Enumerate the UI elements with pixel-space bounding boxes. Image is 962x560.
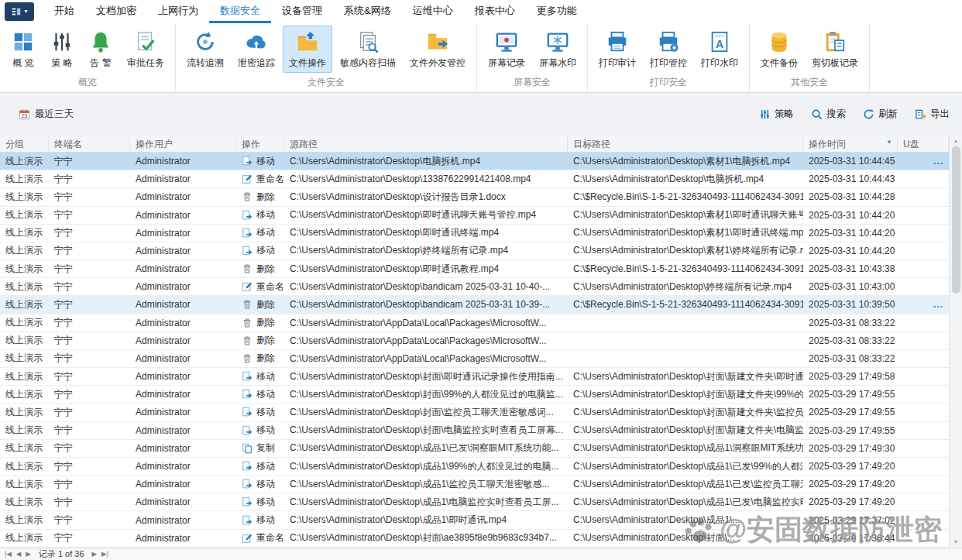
ribbon-button-monitor-wm[interactable]: 屏幕水印 — [533, 26, 582, 73]
ribbon-button-doc-scan[interactable]: 敏感内容扫描 — [334, 26, 402, 73]
table-row[interactable]: 线上演示宁宁Administrator移动C:\Users\Administra… — [0, 493, 949, 511]
scroll-up-icon[interactable]: ▲ — [950, 135, 962, 146]
ribbon-button-trace[interactable]: 流转追溯 — [180, 26, 230, 73]
scrollbar-thumb[interactable] — [952, 146, 960, 294]
menu-tab-3[interactable]: 数据安全 — [209, 0, 271, 23]
ribbon-button-clipboard[interactable]: 剪切板记录 — [806, 26, 864, 73]
ribbon-button-bell[interactable]: 告 警 — [82, 26, 119, 73]
table-row[interactable]: 线上演示宁宁Administrator移动C:\Users\Administra… — [0, 511, 949, 529]
svg-text:A: A — [716, 38, 723, 50]
toolbar-sliders-sm-button[interactable]: 策略 — [759, 108, 794, 121]
table-row[interactable]: 线上演示宁宁Administrator移动C:\Users\Administra… — [0, 422, 949, 440]
cell-source-path: C:\Users\Administrator\Desktop\电脑拆机.mp4 — [284, 153, 568, 170]
cell-operation: 移动 — [236, 368, 284, 385]
cell-source-path: C:\Users\Administrator\Desktop\封面\电脑监控实时… — [284, 422, 568, 439]
cell-time: 2025-03-29 17:49:20 — [803, 458, 898, 475]
ribbon-button-grid[interactable]: 概 览 — [5, 26, 42, 73]
cell-operation: 重命名 — [236, 530, 284, 547]
column-header-5[interactable]: 目标路径 — [568, 135, 803, 152]
ribbon-button-printer-ctl[interactable]: 打印管控 — [644, 26, 693, 73]
table-row[interactable]: 线上演示宁宁Administrator移动C:\Users\Administra… — [0, 404, 949, 421]
table-row[interactable]: 线上演示宁宁Administrator重命名C:\Users\Administr… — [0, 170, 949, 188]
cell-terminal: 宁宁 — [49, 440, 130, 457]
toolbar-export-button[interactable]: 导出 — [915, 108, 950, 121]
cell-terminal: 宁宁 — [49, 350, 130, 367]
row-more-button[interactable]: ... — [933, 299, 943, 310]
cell-time: 2025-03-29 17:49:20 — [803, 493, 898, 510]
pager-right-button-1[interactable]: ▶| — [101, 551, 108, 558]
menu-tab-4[interactable]: 设备管理 — [271, 0, 333, 23]
table-row[interactable]: 线上演示宁宁Administrator移动C:\Users\Administra… — [0, 386, 949, 404]
table-row[interactable]: 线上演示宁宁Administrator移动C:\Users\Administra… — [0, 242, 949, 260]
table-row[interactable]: 线上演示宁宁Administrator删除C:\Users\Administra… — [0, 332, 949, 350]
table-row[interactable]: 线上演示宁宁Administrator删除C:\Users\Administra… — [0, 296, 949, 314]
cell-operation: 移动 — [236, 207, 284, 224]
column-header-0[interactable]: 分组 — [0, 135, 49, 152]
scroll-down-icon[interactable]: ▼ — [950, 536, 962, 548]
pager-left-button-1[interactable]: ◀ — [16, 551, 22, 558]
cell-time: 2025-03-29 17:49:20 — [803, 476, 898, 493]
menu-tab-6[interactable]: 运维中心 — [402, 0, 464, 23]
menu-tab-1[interactable]: 文档加密 — [85, 0, 147, 23]
pager-right-button-0[interactable]: ▶ — [92, 551, 98, 558]
ribbon-button-label: 概 览 — [12, 57, 33, 70]
cell-usb — [898, 188, 949, 205]
table-row[interactable]: 线上演示宁宁Administrator重命名C:\Users\Administr… — [0, 278, 949, 296]
row-more-button[interactable]: ... — [933, 156, 943, 167]
ribbon-button-printer[interactable]: 打印审计 — [593, 26, 642, 73]
table-row[interactable]: 线上演示宁宁Administrator删除C:\Users\Administra… — [0, 350, 949, 368]
filter-toolbar: 23 最近三天 策略搜索刷新导出 — [0, 93, 962, 135]
ribbon-button-label: 策 略 — [51, 57, 72, 70]
date-range-button[interactable]: 23 最近三天 — [19, 108, 74, 121]
column-header-1[interactable]: 终端名 — [49, 135, 130, 152]
menu-tab-8[interactable]: 更多功能 — [526, 0, 588, 23]
column-header-7[interactable]: U盘 — [898, 135, 949, 152]
cell-operation: 重命名 — [236, 278, 284, 295]
cell-target-path: C:\$Recycle.Bin\S-1-5-21-326340493-11140… — [568, 260, 803, 277]
table-row[interactable]: 线上演示宁宁Administrator移动C:\Users\Administra… — [0, 368, 949, 386]
table-row[interactable]: 线上演示宁宁Administrator移动C:\Users\Administra… — [0, 476, 949, 493]
column-header-3[interactable]: 操作 — [236, 135, 284, 152]
operation-label: 移动 — [256, 406, 275, 419]
table-row[interactable]: 线上演示宁宁Administrator移动C:\Users\Administra… — [0, 225, 949, 242]
table-row[interactable]: 线上演示宁宁Administrator移动C:\Users\Administra… — [0, 458, 949, 476]
app-menu-button[interactable]: ▾ — [5, 2, 34, 21]
cell-operation: 移动 — [236, 242, 284, 259]
ribbon-button-label: 文件外发管控 — [410, 57, 466, 70]
table-row[interactable]: 线上演示宁宁Administrator删除C:\Users\Administra… — [0, 188, 949, 206]
ribbon-button-folder-out[interactable]: 文件外发管控 — [404, 26, 472, 73]
filter-arrow-icon[interactable]: ▼ — [886, 139, 892, 146]
column-header-2[interactable]: 操作用户 — [130, 135, 236, 152]
table-row[interactable]: 线上演示宁宁Administrator删除C:\Users\Administra… — [0, 314, 949, 332]
cell-terminal: 宁宁 — [49, 225, 130, 242]
menu-tab-2[interactable]: 上网行为 — [147, 0, 209, 23]
vertical-scrollbar[interactable]: ▲ ▼ — [949, 135, 962, 548]
cell-target-path — [568, 350, 803, 367]
table-row[interactable]: 线上演示宁宁Administrator移动C:\Users\Administra… — [0, 153, 949, 170]
table-row[interactable]: 线上演示宁宁Administrator复制C:\Users\Administra… — [0, 440, 949, 458]
table-row[interactable]: 线上演示宁宁Administrator重命名C:\Users\Administr… — [0, 530, 949, 548]
table-row[interactable]: 线上演示宁宁Administrator移动C:\Users\Administra… — [0, 207, 949, 225]
ribbon-button-printer-wm[interactable]: A打印水印 — [695, 26, 744, 73]
cell-source-path: C:\Users\Administrator\Desktop\婷终端所有记录.m… — [284, 242, 568, 259]
column-header-6[interactable]: 操作时间▼ — [803, 135, 898, 152]
ribbon-button-folder-ops[interactable]: 文件操作 — [283, 26, 332, 73]
pager-left-button-2[interactable]: ▶ — [26, 551, 31, 558]
operation-label: 删除 — [256, 263, 275, 276]
menu-tab-0[interactable]: 开始 — [43, 0, 85, 23]
ribbon-button-monitor[interactable]: 屏幕记录 — [482, 26, 531, 73]
menu-tab-5[interactable]: 系统&网络 — [333, 0, 402, 23]
toolbar-refresh-button[interactable]: 刷新 — [863, 108, 898, 121]
ribbon-button-db[interactable]: 文件备份 — [754, 26, 804, 73]
table-row[interactable]: 线上演示宁宁Administrator删除C:\Users\Administra… — [0, 260, 949, 278]
menu-tab-7[interactable]: 报表中心 — [464, 0, 526, 23]
pager-left-button-0[interactable]: |◀ — [5, 551, 12, 558]
ribbon-button-sliders[interactable]: 策 略 — [43, 26, 81, 73]
column-header-4[interactable]: 源路径 — [284, 135, 568, 152]
cell-source-path: C:\Users\Administrator\Desktop\成品1\99%的人… — [284, 458, 568, 475]
toolbar-search-button[interactable]: 搜索 — [811, 108, 846, 121]
operation-label: 移动 — [256, 155, 275, 168]
op-delete-icon — [242, 191, 253, 202]
ribbon-button-doc-check[interactable]: 审批任务 — [121, 26, 170, 73]
ribbon-button-cloud[interactable]: 泄密追踪 — [232, 26, 281, 73]
